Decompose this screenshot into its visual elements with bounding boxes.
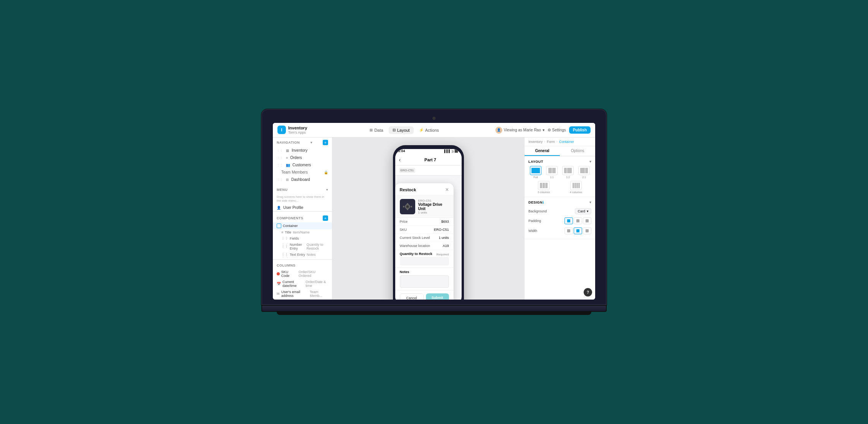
breadcrumb-container: Container xyxy=(559,140,574,144)
phone-product-sku: ERO-C51 xyxy=(418,199,449,202)
component-container[interactable]: Container xyxy=(273,222,332,229)
publish-button[interactable]: Publish xyxy=(569,126,591,134)
design-collapse-btn[interactable]: ▾ xyxy=(589,200,591,204)
layout-option-full[interactable]: Full xyxy=(528,166,543,179)
components-add-btn[interactable]: + xyxy=(323,215,328,221)
sku-label: SKU Code xyxy=(281,270,297,278)
notes-input[interactable] xyxy=(400,275,449,288)
component-fields[interactable]: ⋮⋮ Fields xyxy=(273,235,332,242)
submit-button[interactable]: Submit xyxy=(426,293,449,300)
tab-layout[interactable]: ⊟ Layout xyxy=(389,126,414,134)
actions-tab-icon: ⚡ xyxy=(419,128,424,132)
price-label: Price xyxy=(400,220,408,224)
layout-option-11[interactable]: 1:1 xyxy=(545,166,559,179)
columns-header: COLUMNS xyxy=(273,261,332,269)
design-info-icon[interactable]: ℹ xyxy=(543,200,544,204)
sku-icon xyxy=(277,272,280,275)
phone-field-sku: SKU ERO-C51 xyxy=(395,226,454,234)
component-text-entry[interactable]: ⋮⋮ Text Entry Notes xyxy=(273,252,332,258)
padding-option-2[interactable] xyxy=(574,217,582,224)
phone-back-button[interactable]: ‹ xyxy=(399,157,401,163)
padding-option-3[interactable] xyxy=(583,217,591,224)
top-bar-tabs: ⊞ Data ⊟ Layout ⚡ Actions xyxy=(317,126,492,134)
breadcrumb: Inventory › Form › Container xyxy=(525,137,595,146)
panel-tabs: General Options xyxy=(525,146,595,156)
fields-icon: ⋮⋮ xyxy=(281,237,288,240)
phone-status-icons: ▌▌▌ )) ⬛ xyxy=(444,149,459,153)
background-select[interactable]: Card ▾ xyxy=(575,208,591,214)
component-number-entry[interactable]: ⋮⋮ Number Entry Quantity to Restock xyxy=(273,242,332,252)
sidebar-item-inventory[interactable]: ⋮⋮ ▦ Inventory xyxy=(273,147,332,154)
date-icon: 📅 xyxy=(277,282,281,286)
sidebar-item-orders[interactable]: ⋮⋮ ≡ Orders xyxy=(273,154,332,161)
width-icon-2 xyxy=(576,229,579,232)
sku-val: ERO-C51 xyxy=(434,228,449,232)
navigation-chevron: ▾ xyxy=(310,141,312,144)
width-option-2[interactable] xyxy=(574,227,582,234)
width-row: Width xyxy=(528,226,591,236)
title-icon: ≡ xyxy=(281,230,283,234)
layout-bar-3col-c xyxy=(545,183,548,188)
left-sidebar: NAVIGATION ▾ + ⋮⋮ ▦ Inventory ⋮⋮ ≡ xyxy=(273,137,332,300)
cancel-button[interactable]: Cancel xyxy=(400,293,424,300)
breadcrumb-inventory[interactable]: Inventory xyxy=(528,140,543,144)
svg-rect-6 xyxy=(411,206,412,207)
settings-label: Settings xyxy=(552,128,566,132)
sidebar-item-user-profile[interactable]: 👤 User Profile xyxy=(273,204,332,211)
padding-option-1[interactable] xyxy=(564,217,573,224)
phone-modal-close-button[interactable]: ✕ xyxy=(445,187,449,192)
actions-tab-label: Actions xyxy=(425,128,439,132)
user-profile-icon: 👤 xyxy=(277,206,281,210)
width-option-1[interactable] xyxy=(564,227,573,234)
text-entry-value: Notes xyxy=(307,253,316,257)
viewing-as-label: Viewing as Marie Rao xyxy=(504,128,541,132)
quantity-input[interactable] xyxy=(400,257,449,265)
layout-collapse-btn[interactable]: ▾ xyxy=(589,159,591,164)
layout-label-21: 2:1 xyxy=(582,176,586,179)
product-gear-svg xyxy=(402,202,413,211)
width-icon-1 xyxy=(567,229,570,232)
layout-option-21[interactable]: 2:1 xyxy=(577,166,591,179)
inventory-label: Inventory xyxy=(292,148,307,152)
stock-val: 1 units xyxy=(439,236,449,240)
tab-options[interactable]: Options xyxy=(560,146,595,156)
dashboard-label: Dashboard xyxy=(291,177,310,182)
phone-product-name: Voltage Drive Unit xyxy=(418,202,449,211)
layout-option-4col[interactable]: 4 columns xyxy=(561,181,591,194)
menu-hint: Drag screens here to show them in the si… xyxy=(273,193,332,204)
help-button[interactable]: ? xyxy=(584,288,592,296)
layout-bar-12b xyxy=(567,168,572,173)
width-option-3[interactable] xyxy=(583,227,591,234)
layout-label-11: 1:1 xyxy=(550,176,554,179)
column-sku-code[interactable]: SKU Code Order/SKU Ordered xyxy=(273,269,332,279)
sidebar-item-customers[interactable]: ⋮⋮ 👥 Customers xyxy=(273,161,332,169)
logo-initial: I xyxy=(281,128,282,132)
layout-option-12[interactable]: 1:2 xyxy=(561,166,575,179)
price-value: $693 xyxy=(441,220,449,224)
settings-button[interactable]: ⚙ Settings xyxy=(548,128,566,132)
navigation-add-btn[interactable]: + xyxy=(323,140,328,145)
component-title[interactable]: ≡ Title Item/Name xyxy=(273,229,332,235)
layout-bar-4col-c xyxy=(576,183,578,188)
tab-general[interactable]: General xyxy=(525,146,560,156)
layout-label-3col: 3 columns xyxy=(538,191,550,194)
layout-tab-label: Layout xyxy=(397,128,410,132)
top-bar: I Inventory Tom's Apps ⊞ Data xyxy=(273,123,595,137)
layout-label-4col: 4 columns xyxy=(570,191,582,194)
team-members-label: Team Members xyxy=(281,170,308,174)
sku-value: Order/SKU Ordered xyxy=(299,270,328,278)
quantity-required: Required xyxy=(436,253,449,256)
tab-actions[interactable]: ⚡ Actions xyxy=(415,126,443,134)
tab-data[interactable]: ⊞ Data xyxy=(366,126,387,134)
column-user-email[interactable]: ✉ User's email address Team Memb... xyxy=(273,289,332,299)
column-current-datetime[interactable]: 📅 Current date/time Order/Date & time xyxy=(273,279,332,289)
app-container: I Inventory Tom's Apps ⊞ Data xyxy=(273,123,595,300)
components-title: COMPONENTS xyxy=(277,216,304,220)
sidebar-item-dashboard[interactable]: ⋮⋮ ⊞ Dashboard xyxy=(273,176,332,183)
orders-label: Orders xyxy=(290,156,302,160)
sidebar-item-team-members[interactable]: Team Members 🔒 xyxy=(273,169,332,176)
phone-bg-padding xyxy=(395,176,462,183)
phone-screen: 3:04 ▌▌▌ )) ⬛ ‹ Part 7 E xyxy=(395,149,462,300)
layout-option-3col[interactable]: 3 columns xyxy=(528,181,559,194)
breadcrumb-form[interactable]: Form xyxy=(547,140,555,144)
